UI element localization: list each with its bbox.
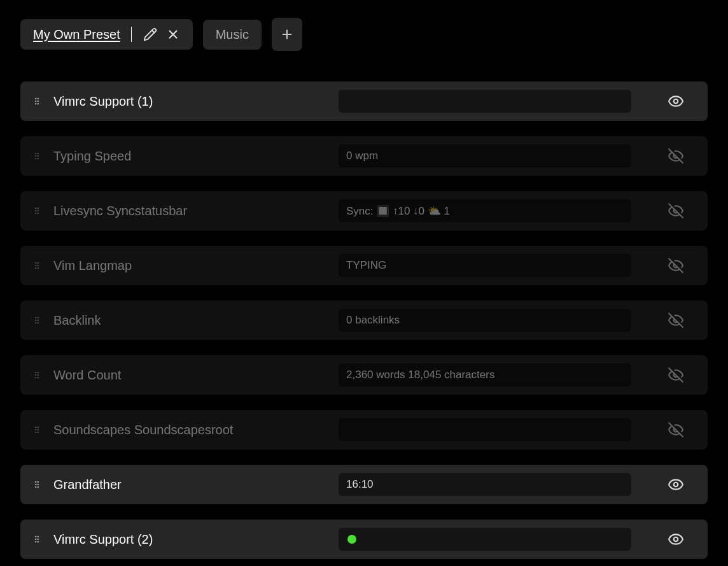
status-row-label: Word Count [53, 368, 327, 383]
status-row-label: Vim Langmap [53, 258, 327, 273]
svg-point-32 [36, 374, 36, 375]
visibility-off-icon[interactable] [658, 421, 694, 438]
status-row-value[interactable] [339, 418, 631, 441]
visibility-off-icon[interactable] [658, 202, 694, 219]
text-cursor [131, 27, 132, 42]
svg-point-14 [36, 210, 36, 211]
svg-point-5 [38, 104, 38, 104]
svg-point-28 [38, 317, 38, 318]
visibility-on-icon[interactable] [658, 93, 694, 110]
svg-point-6 [674, 99, 678, 104]
svg-point-54 [38, 539, 38, 539]
drag-handle-icon[interactable] [32, 478, 42, 491]
status-row: Livesync SyncstatusbarSync: 🔲 ↑10 ↓0 ⛅ 1 [20, 191, 708, 230]
close-icon[interactable] [166, 27, 180, 41]
svg-point-56 [674, 537, 678, 542]
svg-point-35 [38, 374, 38, 375]
preset-tab-music[interactable]: Music [203, 20, 262, 50]
svg-point-11 [38, 155, 38, 156]
svg-point-29 [38, 320, 38, 320]
svg-point-43 [36, 481, 36, 482]
preset-tab-myownpreset[interactable]: My Own Preset [20, 19, 193, 50]
status-row: Vim LangmapTYPING [20, 246, 708, 285]
svg-point-18 [38, 213, 38, 214]
preset-tab-label: Music [216, 27, 249, 42]
svg-point-34 [38, 372, 38, 372]
status-row-value[interactable] [339, 528, 631, 551]
svg-point-12 [38, 159, 38, 159]
visibility-off-icon[interactable] [658, 312, 694, 329]
drag-handle-icon[interactable] [32, 259, 42, 272]
visibility-on-icon[interactable] [658, 476, 694, 493]
svg-point-1 [36, 101, 36, 101]
svg-point-0 [36, 98, 36, 99]
svg-point-53 [38, 536, 38, 537]
status-row-label: Livesync Syncstatusbar [53, 204, 327, 218]
status-row: Vimrc Support (2) [20, 520, 708, 559]
drag-handle-icon[interactable] [32, 423, 42, 436]
visibility-off-icon[interactable] [658, 148, 694, 164]
status-row: Typing Speed0 wpm [20, 136, 708, 176]
svg-point-39 [36, 432, 36, 433]
svg-point-38 [36, 429, 36, 430]
svg-point-51 [36, 539, 36, 539]
visibility-off-icon[interactable] [658, 257, 694, 274]
rename-icon[interactable] [143, 27, 157, 41]
svg-point-27 [36, 323, 36, 323]
svg-point-20 [36, 265, 36, 265]
status-row-label: Grandfather [53, 478, 327, 492]
svg-point-21 [36, 268, 36, 269]
svg-point-48 [38, 487, 38, 488]
preset-tabs-row: My Own Preset Music [20, 18, 708, 51]
status-row-value[interactable]: 16:10 [339, 473, 631, 496]
svg-point-7 [36, 153, 36, 153]
status-row-value[interactable]: TYPING [339, 254, 631, 277]
svg-point-36 [38, 378, 38, 378]
status-dot-icon [347, 535, 356, 544]
status-row-label: Vimrc Support (2) [53, 532, 327, 547]
status-row-value[interactable]: 2,360 words 18,045 characters [339, 364, 631, 386]
svg-point-50 [36, 536, 36, 537]
status-row: Word Count2,360 words 18,045 characters [20, 355, 708, 395]
status-row-label: Backlink [53, 313, 327, 328]
svg-point-23 [38, 265, 38, 265]
visibility-off-icon[interactable] [658, 367, 694, 383]
svg-point-42 [38, 432, 38, 433]
drag-handle-icon[interactable] [32, 314, 42, 327]
svg-point-52 [36, 542, 36, 542]
svg-point-31 [36, 372, 36, 372]
svg-point-41 [38, 429, 38, 430]
status-row-label: Vimrc Support (1) [53, 94, 327, 109]
svg-point-40 [38, 427, 38, 427]
status-row-value[interactable] [339, 90, 631, 113]
svg-point-15 [36, 213, 36, 214]
status-row-value[interactable]: Sync: 🔲 ↑10 ↓0 ⛅ 1 [339, 199, 631, 222]
status-row: Grandfather16:10 [20, 465, 708, 504]
svg-point-2 [36, 104, 36, 104]
drag-handle-icon[interactable] [32, 533, 42, 546]
status-row-value[interactable]: 0 backlinks [339, 309, 631, 332]
svg-point-46 [38, 481, 38, 482]
visibility-on-icon[interactable] [658, 531, 694, 548]
svg-point-13 [36, 208, 36, 208]
svg-point-55 [38, 542, 38, 542]
preset-tab-label: My Own Preset [33, 27, 120, 42]
status-row-value[interactable]: 0 wpm [339, 145, 631, 167]
svg-point-30 [38, 323, 38, 323]
add-preset-button[interactable] [272, 18, 302, 51]
svg-point-4 [38, 101, 38, 101]
preset-tab-actions [143, 27, 180, 41]
drag-handle-icon[interactable] [32, 204, 42, 217]
status-row: Soundscapes Soundscapesroot [20, 410, 708, 449]
drag-handle-icon[interactable] [32, 150, 42, 162]
drag-handle-icon[interactable] [32, 369, 42, 381]
drag-handle-icon[interactable] [32, 95, 42, 108]
status-row: Vimrc Support (1) [20, 81, 708, 121]
svg-point-10 [38, 153, 38, 153]
svg-point-25 [36, 317, 36, 318]
svg-point-8 [36, 155, 36, 156]
status-row-label: Soundscapes Soundscapesroot [53, 423, 327, 437]
svg-point-22 [38, 262, 38, 263]
svg-point-49 [674, 483, 678, 487]
status-row-label: Typing Speed [53, 149, 327, 164]
